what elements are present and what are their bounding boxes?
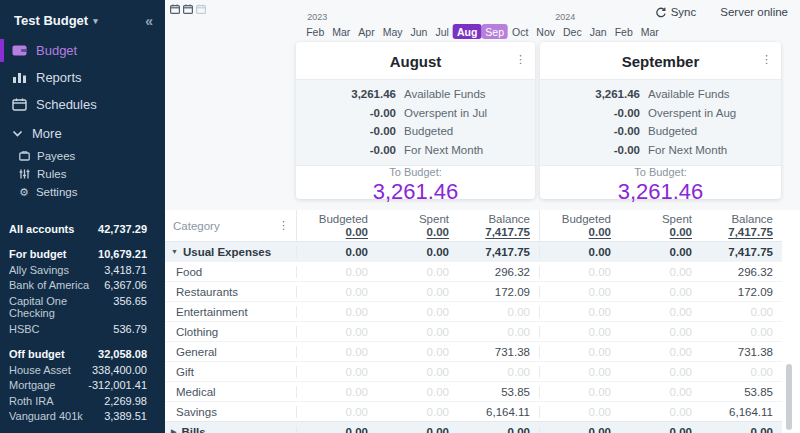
balance-cell[interactable]: 0.00 <box>701 326 782 338</box>
spent-cell[interactable]: 0.00 <box>620 306 701 318</box>
balance-total[interactable]: 7,417.75 <box>728 226 773 239</box>
balance-cell[interactable]: 0.00 <box>458 426 539 433</box>
budgeted-cell[interactable]: 0.00 <box>296 306 377 318</box>
budgeted-cell[interactable]: 0.00 <box>539 406 620 418</box>
category-row-restaurants[interactable]: Restaurants 0.00 0.00 172.09 0.00 0.00 1… <box>165 281 782 301</box>
category-menu-icon[interactable]: ⋮ <box>278 219 289 232</box>
spent-cell[interactable]: 0.00 <box>620 386 701 398</box>
month-button-feb2[interactable]: Feb <box>611 24 637 39</box>
balance-cell[interactable]: 731.38 <box>701 346 782 358</box>
month-button-oct[interactable]: Oct <box>508 24 532 39</box>
month-button-jun[interactable]: Jun <box>407 24 432 39</box>
sync-button[interactable]: Sync <box>655 6 697 18</box>
month-button-aug-selected[interactable]: Aug <box>453 24 481 39</box>
balance-cell[interactable]: 172.09 <box>701 286 782 298</box>
category-group-row-bills[interactable]: ▶Bills 0.00 0.00 0.00 0.00 0.00 0.00 <box>165 421 782 433</box>
spent-cell[interactable]: 0.00 <box>377 386 458 398</box>
spent-cell[interactable]: 0.00 <box>620 426 701 433</box>
balance-cell[interactable]: 6,164.11 <box>701 406 782 418</box>
balance-cell[interactable]: 53.85 <box>701 386 782 398</box>
spent-cell[interactable]: 0.00 <box>620 246 701 258</box>
sidebar-item-schedules[interactable]: Schedules <box>0 91 165 118</box>
server-status[interactable]: Server online <box>720 6 788 18</box>
off-budget-row[interactable]: Off budget 32,058.08 <box>0 347 165 363</box>
balance-cell[interactable]: 0.00 <box>701 306 782 318</box>
month-button-jul[interactable]: Jul <box>431 24 452 39</box>
budgeted-cell[interactable]: 0.00 <box>539 326 620 338</box>
account-row[interactable]: Bank of America 6,367.06 <box>0 278 165 294</box>
budgeted-cell[interactable]: 0.00 <box>296 246 377 258</box>
category-row-food[interactable]: Food 0.00 0.00 296.32 0.00 0.00 296.32 <box>165 261 782 281</box>
spent-cell[interactable]: 0.00 <box>377 406 458 418</box>
spent-cell[interactable]: 0.00 <box>377 326 458 338</box>
account-row[interactable]: Capital One Checking 356.65 <box>0 293 165 321</box>
budgeted-cell[interactable]: 0.00 <box>539 286 620 298</box>
spent-total[interactable]: 0.00 <box>670 226 692 239</box>
spent-cell[interactable]: 0.00 <box>620 346 701 358</box>
all-accounts-row[interactable]: All accounts 42,737.29 <box>0 221 165 237</box>
category-row-entertainment[interactable]: Entertainment 0.00 0.00 0.00 0.00 0.00 0… <box>165 301 782 321</box>
sidebar-item-rules[interactable]: Rules <box>0 165 165 183</box>
month-menu-icon[interactable]: ⋮ <box>515 53 526 66</box>
to-budget-amount[interactable]: 3,261.46 <box>618 179 704 205</box>
spent-cell[interactable]: 0.00 <box>377 286 458 298</box>
budgeted-cell[interactable]: 0.00 <box>296 386 377 398</box>
for-budget-row[interactable]: For budget 10,679.21 <box>0 247 165 263</box>
balance-cell[interactable]: 0.00 <box>458 366 539 378</box>
month-button-feb[interactable]: Feb <box>302 24 328 39</box>
sidebar-collapse-icon[interactable]: « <box>145 14 153 28</box>
spent-cell[interactable]: 0.00 <box>377 266 458 278</box>
three-month-view-icon[interactable] <box>196 4 206 14</box>
category-row-savings[interactable]: Savings 0.00 0.00 6,164.11 0.00 0.00 6,1… <box>165 401 782 421</box>
account-row[interactable]: House Asset 338,400.00 <box>0 362 165 378</box>
month-button-apr[interactable]: Apr <box>354 24 378 39</box>
month-menu-icon[interactable]: ⋮ <box>761 53 772 66</box>
budgeted-cell[interactable]: 0.00 <box>539 346 620 358</box>
category-name[interactable]: Savings <box>165 406 296 418</box>
category-group-row-usual-expenses[interactable]: ▼Usual Expenses 0.00 0.00 7,417.75 0.00 … <box>165 241 782 261</box>
category-name[interactable]: Restaurants <box>165 286 296 298</box>
balance-cell[interactable]: 0.00 <box>458 306 539 318</box>
budget-file-switcher[interactable]: Test Budget ▾ « <box>0 0 165 37</box>
budgeted-cell[interactable]: 0.00 <box>296 326 377 338</box>
category-row-medical[interactable]: Medical 0.00 0.00 53.85 0.00 0.00 53.85 <box>165 381 782 401</box>
budgeted-cell[interactable]: 0.00 <box>296 366 377 378</box>
balance-cell[interactable]: 0.00 <box>701 426 782 433</box>
budgeted-cell[interactable]: 0.00 <box>539 246 620 258</box>
budgeted-cell[interactable]: 0.00 <box>296 426 377 433</box>
one-month-view-icon[interactable] <box>170 4 180 14</box>
category-name[interactable]: Clothing <box>165 326 296 338</box>
spent-cell[interactable]: 0.00 <box>620 366 701 378</box>
category-name[interactable]: Medical <box>165 386 296 398</box>
to-budget-amount[interactable]: 3,261.46 <box>373 179 459 205</box>
sidebar-item-settings[interactable]: ⚙ Settings <box>0 183 165 201</box>
balance-cell[interactable]: 0.00 <box>701 366 782 378</box>
sidebar-item-budget[interactable]: Budget <box>0 37 165 64</box>
spent-cell[interactable]: 0.00 <box>377 426 458 433</box>
category-name[interactable]: General <box>165 346 296 358</box>
spent-cell[interactable]: 0.00 <box>377 246 458 258</box>
budgeted-cell[interactable]: 0.00 <box>539 266 620 278</box>
sidebar-more-toggle[interactable]: More <box>0 120 165 147</box>
spent-cell[interactable]: 0.00 <box>620 286 701 298</box>
account-row[interactable]: Ally Savings 3,418.71 <box>0 262 165 278</box>
category-name[interactable]: Food <box>165 266 296 278</box>
spent-cell[interactable]: 0.00 <box>377 346 458 358</box>
account-row[interactable]: Roth IRA 2,269.98 <box>0 393 165 409</box>
balance-cell[interactable]: 731.38 <box>458 346 539 358</box>
budgeted-cell[interactable]: 0.00 <box>296 266 377 278</box>
budgeted-cell[interactable]: 0.00 <box>296 346 377 358</box>
spent-cell[interactable]: 0.00 <box>620 326 701 338</box>
collapse-triangle-icon[interactable]: ▼ <box>171 248 178 255</box>
budgeted-total[interactable]: 0.00 <box>589 226 611 239</box>
month-button-jan[interactable]: Jan <box>586 24 611 39</box>
balance-cell[interactable]: 172.09 <box>458 286 539 298</box>
month-button-may[interactable]: May <box>379 24 407 39</box>
balance-cell[interactable]: 6,164.11 <box>458 406 539 418</box>
expand-triangle-icon[interactable]: ▶ <box>171 428 176 433</box>
account-row[interactable]: HSBC 536.79 <box>0 321 165 337</box>
budgeted-cell[interactable]: 0.00 <box>296 286 377 298</box>
budgeted-cell[interactable]: 0.00 <box>296 406 377 418</box>
month-button-dec[interactable]: Dec <box>559 24 586 39</box>
month-button-mar2[interactable]: Mar <box>637 24 663 39</box>
